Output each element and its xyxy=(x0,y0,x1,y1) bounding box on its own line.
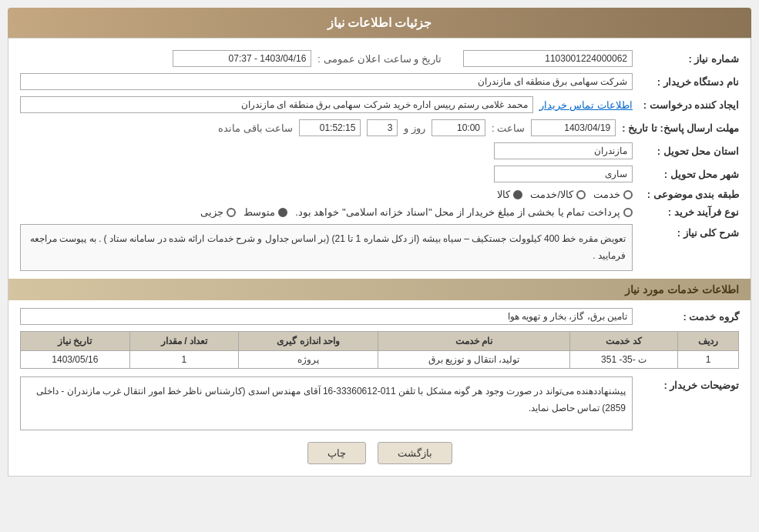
service-group-row: گروه خدمت : تامین برق، گاز، بخار و تهویه… xyxy=(20,308,739,325)
buyer-notes-row: توضیحات خریدار : پیشنهاددهنده می‌تواند د… xyxy=(20,376,739,430)
page-container: جزئیات اطلاعات نیاز شماره نیاز : 1103001… xyxy=(0,0,759,532)
cell-quantity: 1 xyxy=(129,351,239,369)
process-label-partial: پرداخت تمام یا بخشی از مبلغ خریدار از مح… xyxy=(295,206,620,218)
response-days: 3 xyxy=(367,119,398,136)
city-label: شهر محل تحویل : xyxy=(639,169,739,180)
buyer-station-row: نام دستگاه خریدار : شرکت سهامی برق منطقه… xyxy=(20,73,739,90)
need-number-value: 1103001224000062 xyxy=(463,50,633,67)
response-deadline-row: مهلت ارسال پاسخ: تا تاریخ : 1403/04/19 س… xyxy=(20,119,739,136)
cell-service-name: تولید، انتقال و توزیع برق xyxy=(378,351,570,369)
process-label-minor: جزیی xyxy=(200,206,223,218)
process-label-medium: متوسط xyxy=(243,206,275,218)
category-label-goods: کالا xyxy=(497,189,510,200)
process-radio-medium[interactable] xyxy=(278,208,287,217)
table-row: 1 ت -35- 351 تولید، انتقال و توزیع برق پ… xyxy=(21,351,739,369)
process-radio-group: پرداخت تمام یا بخشی از مبلغ خریدار از مح… xyxy=(200,206,633,218)
col-quantity: تعداد / مقدار xyxy=(129,332,239,351)
buyer-notes-label: توضیحات خریدار : xyxy=(639,380,739,391)
response-deadline-label: مهلت ارسال پاسخ: تا تاریخ : xyxy=(622,122,739,134)
col-service-code: کد خدمت xyxy=(570,332,678,351)
button-row: بازگشت چاپ xyxy=(20,442,739,464)
response-time: 10:00 xyxy=(432,119,485,136)
announcement-value: 1403/04/16 - 07:37 xyxy=(173,50,311,67)
process-label: نوع فرآیند خرید : xyxy=(639,206,739,218)
services-table: ردیف کد خدمت نام خدمت واحد اندازه گیری ت… xyxy=(20,331,739,369)
page-title: جزئیات اطلاعات نیاز xyxy=(8,8,751,38)
response-remaining: 01:52:15 xyxy=(299,119,361,136)
category-radio-goods-service[interactable] xyxy=(576,190,586,199)
buyer-notes-value: پیشنهاددهنده می‌تواند در صورت وجود هر گو… xyxy=(20,376,633,430)
city-row: شهر محل تحویل : ساری xyxy=(20,166,739,182)
announcement-label: تاریخ و ساعت اعلان عمومی : xyxy=(317,53,442,65)
col-unit: واحد اندازه گیری xyxy=(239,332,378,351)
description-label: شرح کلی نیاز : xyxy=(639,227,739,239)
creator-row: ایجاد کننده درخواست : اطلاعات تماس خریدا… xyxy=(20,96,739,113)
process-option-medium: متوسط xyxy=(243,206,287,218)
main-content: شماره نیاز : 1103001224000062 تاریخ و سا… xyxy=(8,38,751,477)
cell-row-num: 1 xyxy=(677,351,738,369)
buyer-station-value: شرکت سهامی برق منطقه ای مازندران xyxy=(20,73,633,90)
category-radio-service[interactable] xyxy=(623,190,633,199)
process-radio-partial[interactable] xyxy=(623,208,633,217)
category-label-goods-service: کالا/خدمت xyxy=(530,189,573,200)
process-radio-minor[interactable] xyxy=(227,208,236,217)
response-date: 1403/04/19 xyxy=(531,119,616,136)
category-option-service: خدمت xyxy=(593,189,633,200)
need-number-row: شماره نیاز : 1103001224000062 تاریخ و سا… xyxy=(20,50,739,67)
province-value: مازندران xyxy=(494,142,633,159)
cell-unit: پروژه xyxy=(239,351,378,369)
process-option-partial: پرداخت تمام یا بخشی از مبلغ خریدار از مح… xyxy=(295,206,633,218)
service-info-section-title: اطلاعات خدمات مورد نیاز xyxy=(8,279,751,300)
creator-contact-link[interactable]: اطلاعات تماس خریدار xyxy=(539,99,633,111)
description-value: تعویض مقره خط 400 کیلوولت جستکیف – سیاه … xyxy=(20,224,633,271)
process-row: نوع فرآیند خرید : پرداخت تمام یا بخشی از… xyxy=(20,206,739,218)
service-group-label: گروه خدمت : xyxy=(639,311,739,323)
category-option-goods-service: کالا/خدمت xyxy=(530,189,586,200)
col-date: تاریخ نیاز xyxy=(21,332,130,351)
category-label: طبقه بندی موضوعی : xyxy=(639,189,739,200)
col-row-num: ردیف xyxy=(677,332,738,351)
category-option-goods: کالا xyxy=(497,189,522,200)
city-value: ساری xyxy=(494,166,633,182)
response-remaining-label: ساعت باقی مانده xyxy=(218,122,293,134)
cell-service-code: ت -35- 351 xyxy=(570,351,678,369)
category-label-service: خدمت xyxy=(593,189,620,200)
back-button[interactable]: بازگشت xyxy=(378,442,452,464)
response-time-label: ساعت : xyxy=(492,122,525,134)
creator-label: ایجاد کننده درخواست : xyxy=(639,99,739,111)
category-row: طبقه بندی موضوعی : خدمت کالا/خدمت کالا xyxy=(20,189,739,200)
cell-date: 1403/05/16 xyxy=(21,351,130,369)
service-group-value: تامین برق، گاز، بخار و تهویه هوا xyxy=(20,308,633,325)
category-radio-group: خدمت کالا/خدمت کالا xyxy=(497,189,633,200)
print-button[interactable]: چاپ xyxy=(307,442,366,464)
col-service-name: نام خدمت xyxy=(378,332,570,351)
response-days-label: روز و xyxy=(404,122,425,134)
need-number-label: شماره نیاز : xyxy=(639,53,739,65)
description-row: شرح کلی نیاز : تعویض مقره خط 400 کیلوولت… xyxy=(20,224,739,271)
creator-value: محمد غلامی رستم رییس اداره خرید شرکت سها… xyxy=(20,96,533,113)
buyer-station-label: نام دستگاه خریدار : xyxy=(639,76,739,88)
province-row: استان محل تحویل : مازندران xyxy=(20,142,739,159)
province-label: استان محل تحویل : xyxy=(639,146,739,157)
category-radio-goods[interactable] xyxy=(513,190,522,199)
process-option-minor: جزیی xyxy=(200,206,236,218)
